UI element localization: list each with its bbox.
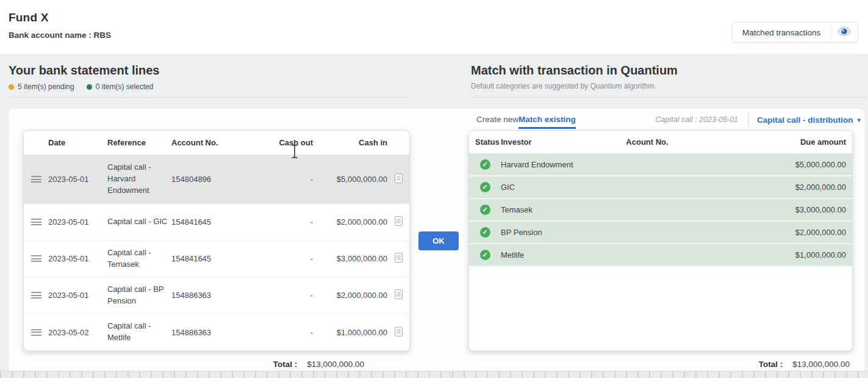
selected-badge-label: 0 item(s) selected: [96, 82, 154, 91]
left-total-label: Total :: [273, 360, 298, 369]
tab-match-existing[interactable]: Match existing: [518, 115, 576, 129]
check-icon: ✓: [480, 227, 490, 238]
table-header-row: Status Investor Acount No. Due amount: [469, 131, 852, 154]
col-due-amount: Due amount: [696, 137, 852, 147]
cell-investor: GIC: [501, 183, 598, 192]
page-title: Fund X: [9, 11, 49, 24]
table-row[interactable]: ✓ Temasek $3,000,000.00: [469, 199, 852, 222]
cell-date: 2023-05-01: [48, 291, 107, 300]
drag-handle-icon[interactable]: [31, 176, 41, 183]
cell-due-amount: $1,000,000.00: [696, 250, 852, 260]
cell-cash-in: $5,000,000.00: [313, 175, 387, 184]
cell-date: 2023-05-01: [48, 175, 107, 184]
cell-reference: Capital call - Temasek: [107, 247, 171, 271]
cell-reference: Capital call - Metlife: [107, 321, 171, 344]
drag-handle-icon[interactable]: [31, 292, 41, 299]
table-row[interactable]: 2023-05-01 Capital call - Temasek 154841…: [24, 241, 409, 277]
table-row[interactable]: ✓ GIC $2,000,000.00: [469, 176, 852, 199]
right-total-value: $13,000,000.00: [792, 360, 850, 369]
document-icon[interactable]: [395, 216, 403, 228]
col-acount-no: Acount No.: [598, 137, 696, 147]
document-icon[interactable]: [395, 327, 403, 338]
cell-reference: Capital call - BP Pension: [107, 284, 171, 307]
eye-toggle-button[interactable]: [831, 22, 858, 43]
cell-due-amount: $2,000,000.00: [696, 228, 852, 237]
cell-cash-out: -: [232, 328, 313, 337]
drag-handle-icon[interactable]: [31, 219, 41, 225]
cell-cash-in: $3,000,000.00: [313, 254, 387, 263]
left-total-value: $13,000,000.00: [307, 360, 364, 369]
table-row[interactable]: ✓ Harvard Endowment $5,000,000.00: [469, 154, 852, 176]
check-icon: ✓: [480, 250, 490, 260]
cell-investor: BP Pension: [501, 228, 598, 237]
col-cash-in: Cash in: [313, 138, 387, 147]
table-row[interactable]: 2023-05-02 Capital call - Metlife 154886…: [24, 314, 409, 351]
table-row[interactable]: ✓ BP Pension $2,000,000.00: [469, 222, 852, 244]
drag-handle-icon[interactable]: [31, 329, 41, 336]
cell-reference: Capital call - Harvard Endowment: [107, 162, 171, 197]
statement-badges: 5 item(s) pending 0 item(s) selected: [9, 82, 153, 91]
cell-account-no: 154841645: [171, 254, 232, 263]
cell-date: 2023-05-01: [48, 254, 107, 263]
matched-transactions-group: Matched transactions: [732, 22, 858, 43]
document-icon[interactable]: [395, 173, 403, 185]
selected-dot-icon: [87, 84, 92, 90]
cell-account-no: 154886363: [171, 328, 232, 337]
cell-account-no: 154841645: [171, 217, 232, 227]
cell-cash-in: $2,000,000.00: [313, 291, 387, 300]
cell-due-amount: $3,000,000.00: [696, 205, 852, 214]
selected-badge: 0 item(s) selected: [87, 82, 154, 91]
cell-investor: Metlife: [501, 250, 598, 260]
right-section-title: Match with transaction in Quantium: [471, 64, 678, 78]
check-icon: ✓: [480, 182, 490, 192]
quantium-transactions-table: Status Investor Acount No. Due amount ✓ …: [468, 130, 853, 351]
left-section-title: Your bank statement lines: [9, 64, 159, 78]
cell-due-amount: $5,000,000.00: [696, 160, 852, 169]
right-total-label: Total :: [759, 360, 783, 369]
cell-account-no: 154886363: [171, 291, 232, 300]
check-icon: ✓: [480, 205, 490, 215]
cell-due-amount: $2,000,000.00: [696, 183, 852, 192]
tabs-vertical-divider: [748, 113, 748, 127]
ok-button[interactable]: OK: [418, 231, 459, 250]
drag-handle-icon[interactable]: [31, 255, 41, 262]
col-date: Date: [48, 138, 107, 147]
matched-transactions-button[interactable]: Matched transactions: [732, 22, 831, 43]
right-section-subtitle: Default categories are suggested by Quan…: [471, 82, 656, 90]
capital-call-context-label: Capital call : 2023-05-01: [634, 115, 738, 124]
tab-create-new[interactable]: Create new: [476, 115, 518, 124]
cell-cash-out: -: [232, 175, 313, 184]
table-row[interactable]: 2023-05-01 Capital call - BP Pension 154…: [24, 277, 409, 314]
left-divider: [9, 97, 410, 98]
eye-icon: [838, 27, 851, 38]
table-header-row: Date Reference Account No. Cash out Cash…: [24, 131, 409, 155]
right-divider: [471, 97, 866, 98]
cell-investor: Temasek: [501, 205, 598, 214]
cell-cash-out: -: [232, 217, 313, 227]
category-dropdown[interactable]: Capital call - distribution ▾: [757, 115, 861, 125]
check-icon: ✓: [480, 159, 490, 170]
document-icon[interactable]: [395, 289, 403, 301]
cell-date: 2023-05-01: [48, 217, 107, 227]
cell-investor: Harvard Endowment: [501, 160, 598, 169]
bank-account-name: Bank account name : RBS: [9, 31, 111, 40]
pending-badge: 5 item(s) pending: [9, 82, 74, 91]
col-investor: Investor: [501, 137, 598, 147]
bank-statement-table: Date Reference Account No. Cash out Cash…: [23, 130, 410, 351]
cell-reference: Capital call - GIC: [107, 216, 171, 228]
table-row[interactable]: ✓ Metlife $1,000,000.00: [469, 244, 852, 267]
cell-cash-out: -: [232, 291, 313, 300]
cell-account-no: 154804896: [171, 175, 232, 184]
pending-badge-label: 5 item(s) pending: [18, 82, 74, 91]
left-total: Total : $13,000,000.00: [207, 360, 364, 369]
document-icon[interactable]: [395, 253, 403, 264]
table-row[interactable]: 2023-05-01 Capital call - GIC 154841645 …: [24, 204, 409, 241]
chevron-down-icon: ▾: [858, 117, 861, 123]
right-total: Total : $13,000,000.00: [693, 360, 850, 369]
pending-dot-icon: [9, 84, 14, 90]
cell-cash-out: -: [232, 254, 313, 263]
text-cursor: [291, 144, 298, 161]
cell-cash-in: $1,000,000.00: [313, 328, 387, 337]
col-reference: Reference: [107, 138, 171, 147]
table-row[interactable]: 2023-05-01 Capital call - Harvard Endowm…: [24, 155, 409, 204]
